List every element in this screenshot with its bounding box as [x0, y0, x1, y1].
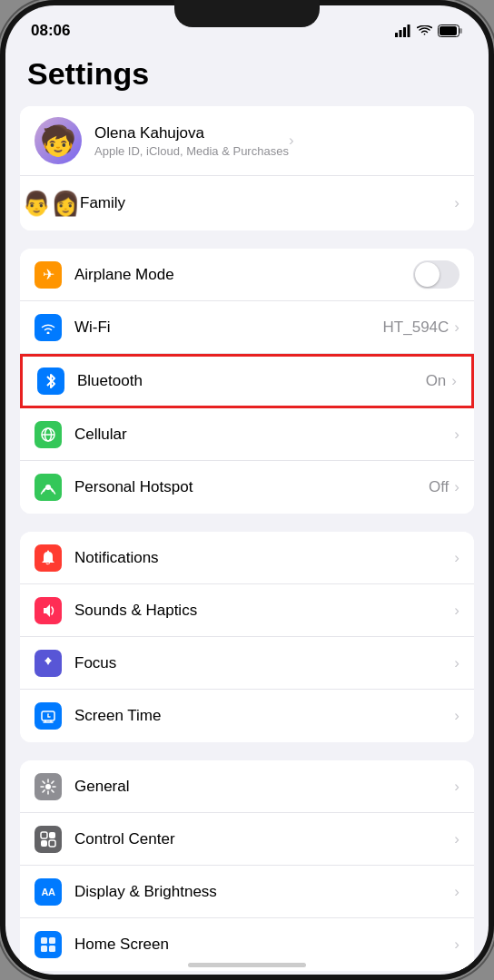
screen-content: Settings 🧒 Olena Kahujova Apple ID, iClo…	[5, 49, 489, 975]
row-notifications[interactable]: Notifications ›	[20, 532, 474, 584]
svg-point-7	[47, 331, 50, 334]
display-label: Display & Brightness	[74, 883, 454, 901]
homescreen-label: Home Screen	[74, 936, 454, 954]
svg-rect-5	[459, 28, 462, 34]
focus-icon	[35, 650, 62, 677]
display-chevron: ›	[454, 883, 459, 901]
wifi-settings-icon	[35, 314, 62, 341]
row-controlcenter[interactable]: Control Center ›	[20, 813, 474, 866]
airplane-label: Airplane Mode	[74, 266, 413, 284]
svg-rect-21	[41, 946, 47, 952]
phone-frame: 08:06	[0, 0, 494, 980]
row-wifi[interactable]: Wi-Fi HT_594C ›	[20, 301, 474, 354]
status-icons	[395, 24, 463, 37]
status-time: 08:06	[31, 22, 70, 40]
row-airplane[interactable]: ✈ Airplane Mode	[20, 249, 474, 301]
hotspot-label: Personal Hotspot	[74, 478, 429, 496]
row-cellular[interactable]: Cellular ›	[20, 408, 474, 461]
bluetooth-icon	[37, 368, 64, 395]
homescreen-icon	[35, 931, 62, 958]
svg-rect-0	[395, 33, 398, 37]
svg-rect-22	[49, 946, 55, 952]
svg-rect-19	[41, 937, 47, 944]
focus-chevron: ›	[454, 654, 459, 672]
profile-subtitle: Apple ID, iCloud, Media & Purchases	[94, 144, 289, 158]
airplane-icon: ✈	[35, 261, 62, 289]
general-chevron: ›	[454, 778, 459, 796]
svg-point-12	[47, 550, 49, 552]
cellular-chevron: ›	[454, 426, 459, 444]
profile-row[interactable]: 🧒 Olena Kahujova Apple ID, iCloud, Media…	[20, 106, 474, 176]
controlcenter-label: Control Center	[74, 830, 454, 848]
controlcenter-chevron: ›	[454, 830, 459, 848]
svg-rect-3	[408, 24, 410, 37]
controlcenter-icon	[35, 826, 62, 853]
sounds-chevron: ›	[454, 602, 459, 620]
focus-label: Focus	[74, 654, 454, 672]
notch	[174, 0, 320, 27]
profile-info: Olena Kahujova Apple ID, iCloud, Media &…	[94, 124, 289, 158]
sounds-label: Sounds & Haptics	[74, 602, 454, 620]
svg-rect-16	[49, 832, 55, 838]
svg-rect-1	[400, 30, 402, 37]
cellular-label: Cellular	[74, 426, 454, 444]
wifi-chevron: ›	[454, 318, 459, 337]
homescreen-chevron: ›	[454, 936, 459, 954]
family-row[interactable]: 👨‍👩 Family ›	[20, 176, 474, 230]
svg-point-14	[45, 784, 51, 789]
bluetooth-value: On	[426, 372, 447, 390]
svg-rect-17	[41, 840, 47, 847]
connectivity-section: ✈ Airplane Mode Wi-Fi HT_594	[20, 249, 474, 514]
battery-icon	[438, 24, 463, 37]
notifications-chevron: ›	[454, 549, 459, 567]
row-general[interactable]: General ›	[20, 760, 474, 813]
row-display[interactable]: AA Display & Brightness ›	[20, 866, 474, 918]
page-title: Settings	[5, 49, 489, 106]
airplane-toggle[interactable]	[413, 260, 459, 289]
wifi-icon	[417, 25, 432, 37]
row-focus[interactable]: Focus ›	[20, 637, 474, 690]
bluetooth-chevron: ›	[451, 372, 457, 390]
svg-rect-15	[41, 832, 47, 838]
svg-rect-20	[49, 937, 55, 944]
row-screentime[interactable]: Screen Time ›	[20, 690, 474, 742]
wifi-label: Wi-Fi	[74, 318, 383, 337]
hotspot-icon	[35, 474, 62, 501]
signal-icon	[395, 24, 411, 37]
screentime-chevron: ›	[454, 707, 459, 725]
general-icon	[35, 773, 62, 800]
family-avatar: 👨‍👩	[35, 187, 67, 220]
sounds-icon	[35, 597, 62, 624]
row-bluetooth[interactable]: Bluetooth On ›	[20, 354, 474, 408]
cellular-icon	[35, 421, 62, 448]
hotspot-chevron: ›	[454, 478, 459, 496]
home-indicator	[188, 963, 306, 967]
row-sounds[interactable]: Sounds & Haptics ›	[20, 584, 474, 637]
screentime-label: Screen Time	[74, 707, 454, 725]
bluetooth-label: Bluetooth	[77, 372, 426, 390]
avatar: 🧒	[35, 117, 82, 164]
svg-rect-2	[403, 27, 406, 37]
wifi-value: HT_594C	[383, 318, 450, 337]
notifications-section: Notifications › Sounds & Haptics ›	[20, 532, 474, 742]
notifications-icon	[35, 544, 62, 572]
svg-rect-18	[49, 840, 55, 847]
notifications-label: Notifications	[74, 549, 454, 567]
hotspot-value: Off	[429, 478, 449, 496]
screentime-icon	[35, 702, 62, 730]
family-chevron: ›	[454, 194, 459, 212]
profile-name: Olena Kahujova	[94, 124, 289, 142]
row-hotspot[interactable]: Personal Hotspot Off ›	[20, 461, 474, 514]
phone-screen: 08:06	[5, 5, 489, 975]
family-label: Family	[80, 194, 454, 212]
general-label: General	[74, 778, 454, 796]
svg-rect-6	[440, 26, 457, 35]
profile-section: 🧒 Olena Kahujova Apple ID, iCloud, Media…	[20, 106, 474, 230]
general-section: General › Control Center ›	[20, 760, 474, 971]
profile-chevron: ›	[289, 132, 294, 150]
display-icon: AA	[35, 878, 62, 906]
